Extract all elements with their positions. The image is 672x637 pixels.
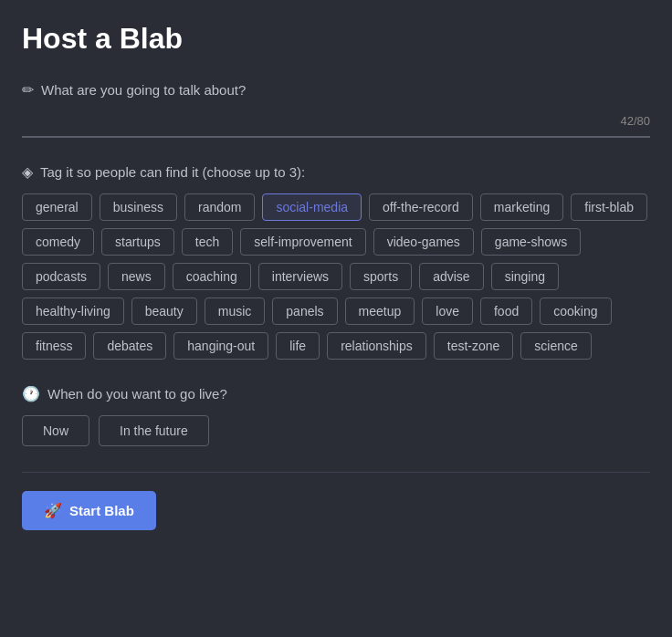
page-title: Host a Blab [22,22,650,56]
char-count: 42/80 [620,114,650,128]
tag-business[interactable]: business [100,193,177,221]
tag-love[interactable]: love [422,298,473,325]
tag-coaching[interactable]: coaching [173,263,251,290]
tag-healthy-living[interactable]: healthy-living [22,298,124,325]
tag-video-games[interactable]: video-games [373,228,474,256]
tag-test-zone[interactable]: test-zone [434,332,514,360]
tag-cooking[interactable]: cooking [540,298,611,325]
tags-section: ◈ Tag it so people can find it (choose u… [22,163,650,360]
clock-icon: 🕐 [22,385,40,402]
tag-beauty[interactable]: beauty [131,298,197,325]
tag-podcasts[interactable]: podcasts [22,263,100,290]
tag-hanging-out[interactable]: hanging-out [173,332,268,360]
tag-general[interactable]: general [22,193,92,221]
tag-random[interactable]: random [184,193,255,221]
tag-interviews[interactable]: interviews [258,263,342,290]
tag-panels[interactable]: panels [272,298,337,325]
tag-news[interactable]: news [108,263,165,290]
tag-life[interactable]: life [276,332,320,360]
tag-off-the-record[interactable]: off-the-record [369,193,473,221]
edit-icon: ✏ [22,81,34,99]
tag-social-media[interactable]: social-media [262,193,362,221]
tag-tech[interactable]: tech [182,228,233,256]
topic-label-text: What are you going to talk about? [41,82,246,98]
tag-startups[interactable]: startups [101,228,174,256]
time-btn-now[interactable]: Now [22,415,89,446]
tag-fitness[interactable]: fitness [22,332,86,360]
start-blab-button[interactable]: 🚀 Start Blab [22,491,156,530]
time-section: 🕐 When do you want to go live? NowIn the… [22,385,650,446]
tag-meetup[interactable]: meetup [345,298,415,325]
time-label: 🕐 When do you want to go live? [22,385,650,402]
time-buttons: NowIn the future [22,415,650,446]
tag-advise[interactable]: advise [419,263,483,290]
tag-debates[interactable]: debates [93,332,166,360]
topic-input[interactable] [22,111,587,131]
tag-first-blab[interactable]: first-blab [571,193,647,221]
time-label-text: When do you want to go live? [47,386,227,402]
topic-label: ✏ What are you going to talk about? [22,81,650,99]
tag-comedy[interactable]: comedy [22,228,94,256]
tag-food[interactable]: food [480,298,532,325]
tag-game-shows[interactable]: game-shows [481,228,581,256]
tag-self-improvement[interactable]: self-improvement [240,228,365,256]
rocket-icon: 🚀 [44,502,62,519]
tags-label: ◈ Tag it so people can find it (choose u… [22,163,650,181]
topic-input-wrapper: 42/80 [22,111,650,138]
divider [22,472,650,473]
tag-marketing[interactable]: marketing [480,193,563,221]
tags-container: generalbusinessrandomsocial-mediaoff-the… [22,193,650,360]
topic-section: ✏ What are you going to talk about? 42/8… [22,81,650,138]
tag-singing[interactable]: singing [491,263,559,290]
start-blab-label: Start Blab [69,503,134,518]
tag-science[interactable]: science [520,332,591,360]
time-btn-future[interactable]: In the future [99,415,209,446]
tags-label-text: Tag it so people can find it (choose up … [40,164,305,180]
tag-icon: ◈ [22,163,33,181]
tag-music[interactable]: music [205,298,266,325]
tag-relationships[interactable]: relationships [327,332,426,360]
tag-sports[interactable]: sports [350,263,412,290]
